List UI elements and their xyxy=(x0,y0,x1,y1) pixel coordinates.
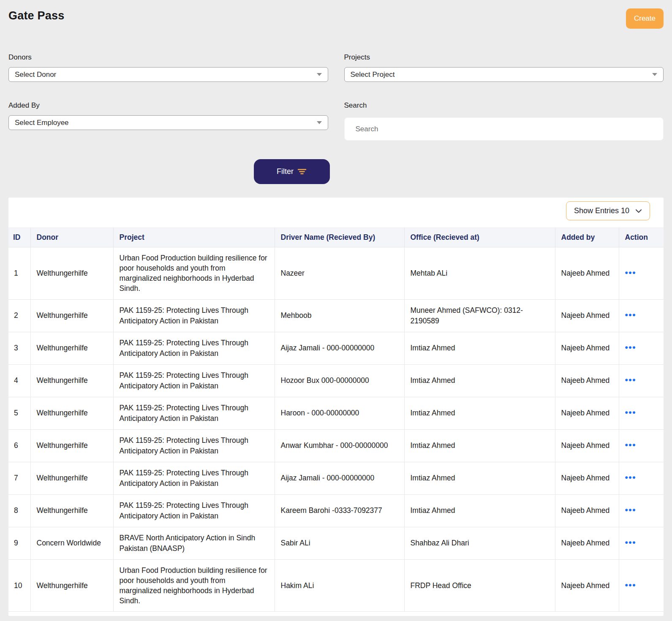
row-actions-menu-icon[interactable]: ••• xyxy=(625,580,637,590)
show-entries-dropdown[interactable]: Show Entries 10 xyxy=(566,201,650,220)
search-input[interactable] xyxy=(344,117,664,141)
project-cell: PAK 1159-25: Protecting Lives Through An… xyxy=(113,494,275,527)
funnel-icon xyxy=(297,168,307,175)
donor-cell: Welthungerhilfe xyxy=(30,559,113,612)
table-row: 1WelthungerhilfeUrban Food Production bu… xyxy=(8,247,664,300)
action-cell: ••• xyxy=(619,332,664,364)
id-cell: 1 xyxy=(8,247,30,300)
column-header-donor: Donor xyxy=(30,228,113,247)
project-select[interactable]: Select Project xyxy=(344,67,664,82)
added-by-filter-block: Added By Select Employee xyxy=(8,101,328,141)
action-cell: ••• xyxy=(619,429,664,462)
office-cell: Imtiaz Ahmed xyxy=(404,332,555,364)
page-title: Gate Pass xyxy=(8,8,64,22)
added-by-label: Added By xyxy=(8,101,328,110)
donors-label: Donors xyxy=(8,53,328,62)
project-cell: PAK 1159-25: Protecting Lives Through An… xyxy=(113,332,275,364)
donor-cell: Welthungerhilfe xyxy=(30,299,113,332)
column-header-added-by: Added by xyxy=(555,228,619,247)
added-by-cell: Najeeb Ahmed xyxy=(555,299,619,332)
office-cell: Shahbaz Ali Dhari xyxy=(404,527,555,559)
row-actions-menu-icon[interactable]: ••• xyxy=(625,505,637,515)
office-cell: Muneer Ahmed (SAFWCO): 0312-2190589 xyxy=(404,299,555,332)
added-by-cell: Najeeb Ahmed xyxy=(555,559,619,612)
table-row: 7WelthungerhilfePAK 1159-25: Protecting … xyxy=(8,462,664,494)
driver-cell: Nazeer xyxy=(275,247,404,300)
driver-cell: Haroon - 000-00000000 xyxy=(275,397,404,429)
row-actions-menu-icon[interactable]: ••• xyxy=(625,310,637,320)
column-header-id: ID xyxy=(8,228,30,247)
project-cell: Urban Food Production building resilienc… xyxy=(113,559,275,612)
id-cell: 9 xyxy=(8,527,30,559)
donor-cell: Welthungerhilfe xyxy=(30,397,113,429)
table-row: 5WelthungerhilfePAK 1159-25: Protecting … xyxy=(8,397,664,429)
driver-cell: Anwar Kumbhar - 000-00000000 xyxy=(275,429,404,462)
office-cell: FRDP Head Office xyxy=(404,559,555,612)
filter-button-label: Filter xyxy=(277,167,294,176)
chevron-down-icon xyxy=(652,73,657,76)
id-cell: 2 xyxy=(8,299,30,332)
project-cell: BRAVE North Anticipatory Action in Sindh… xyxy=(113,527,275,559)
filter-button[interactable]: Filter xyxy=(254,159,330,184)
project-filter-block: Projects Select Project xyxy=(344,53,664,82)
added-by-cell: Najeeb Ahmed xyxy=(555,364,619,397)
gate-pass-table: IDDonorProjectDriver Name (Recieved By)O… xyxy=(8,228,664,612)
action-cell: ••• xyxy=(619,559,664,612)
donor-cell: Welthungerhilfe xyxy=(30,494,113,527)
office-cell: Imtiaz Ahmed xyxy=(404,364,555,397)
office-cell: Imtiaz Ahmed xyxy=(404,397,555,429)
office-cell: Imtiaz Ahmed xyxy=(404,429,555,462)
action-cell: ••• xyxy=(619,494,664,527)
chevron-down-icon xyxy=(635,209,642,213)
action-cell: ••• xyxy=(619,462,664,494)
office-cell: Mehtab ALi xyxy=(404,247,555,300)
row-actions-menu-icon[interactable]: ••• xyxy=(625,472,637,482)
gate-pass-table-card: Show Entries 10 IDDonorProjectDriver Nam… xyxy=(8,198,664,616)
added-by-cell: Najeeb Ahmed xyxy=(555,462,619,494)
employee-select-value: Select Employee xyxy=(15,119,69,127)
filters-section: Donors Select Donor Projects Select Proj… xyxy=(8,53,664,141)
project-cell: PAK 1159-25: Protecting Lives Through An… xyxy=(113,299,275,332)
table-wrapper: IDDonorProjectDriver Name (Recieved By)O… xyxy=(8,228,664,612)
row-actions-menu-icon[interactable]: ••• xyxy=(625,342,637,352)
driver-cell: Hakim ALi xyxy=(275,559,404,612)
create-button[interactable]: Create xyxy=(626,8,664,29)
column-header-action: Action xyxy=(619,228,664,247)
row-actions-menu-icon[interactable]: ••• xyxy=(625,537,637,547)
driver-cell: Mehboob xyxy=(275,299,404,332)
added-by-cell: Najeeb Ahmed xyxy=(555,332,619,364)
gate-pass-page: Gate Pass Create Donors Select Donor Pro… xyxy=(0,0,672,621)
table-row: 6WelthungerhilfePAK 1159-25: Protecting … xyxy=(8,429,664,462)
projects-label: Projects xyxy=(344,53,664,62)
action-cell: ••• xyxy=(619,247,664,300)
row-actions-menu-icon[interactable]: ••• xyxy=(625,375,637,385)
action-cell: ••• xyxy=(619,397,664,429)
donor-cell: Welthungerhilfe xyxy=(30,247,113,300)
employee-select[interactable]: Select Employee xyxy=(8,115,328,130)
search-filter-block: Search xyxy=(344,101,664,141)
row-actions-menu-icon[interactable]: ••• xyxy=(625,440,637,450)
donor-cell: Welthungerhilfe xyxy=(30,364,113,397)
entries-row: Show Entries 10 xyxy=(8,201,664,220)
table-row: 3WelthungerhilfePAK 1159-25: Protecting … xyxy=(8,332,664,364)
column-header-driver-name-recieved-by: Driver Name (Recieved By) xyxy=(275,228,404,247)
id-cell: 7 xyxy=(8,462,30,494)
table-row: 8WelthungerhilfePAK 1159-25: Protecting … xyxy=(8,494,664,527)
donor-filter-block: Donors Select Donor xyxy=(8,53,328,82)
table-row: 4WelthungerhilfePAK 1159-25: Protecting … xyxy=(8,364,664,397)
table-row: 9Concern WorldwideBRAVE North Anticipato… xyxy=(8,527,664,559)
row-actions-menu-icon[interactable]: ••• xyxy=(625,268,637,277)
table-body: 1WelthungerhilfeUrban Food Production bu… xyxy=(8,247,664,612)
row-actions-menu-icon[interactable]: ••• xyxy=(625,407,637,417)
table-header: IDDonorProjectDriver Name (Recieved By)O… xyxy=(8,228,664,247)
table-row: 10WelthungerhilfeUrban Food Production b… xyxy=(8,559,664,612)
donor-cell: Welthungerhilfe xyxy=(30,429,113,462)
donor-select-value: Select Donor xyxy=(15,71,56,79)
driver-cell: Sabir ALi xyxy=(275,527,404,559)
driver-cell: Aijaz Jamali - 000-00000000 xyxy=(275,332,404,364)
driver-cell: Hozoor Bux 000-00000000 xyxy=(275,364,404,397)
donor-select[interactable]: Select Donor xyxy=(8,67,328,82)
column-header-office-recieved-at: Office (Recieved at) xyxy=(404,228,555,247)
chevron-down-icon xyxy=(317,73,322,76)
office-cell: Imtiaz Ahmed xyxy=(404,462,555,494)
